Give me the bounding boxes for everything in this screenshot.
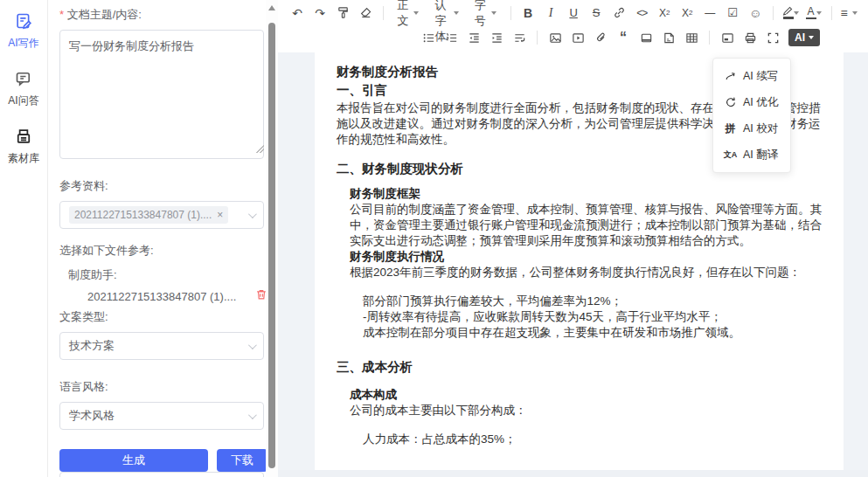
chevron-down-icon (248, 341, 257, 349)
highlight-pen-icon[interactable] (781, 3, 802, 24)
translate-icon: 文A (724, 149, 737, 161)
file-name: 2021122715133847807 (1).... (87, 290, 236, 303)
editor-bottom-strip (278, 470, 868, 477)
caret-icon (454, 11, 459, 15)
bold-button[interactable]: B (517, 3, 538, 24)
doc-paragraph: 根据2023年前三季度的财务数据，公司整体财务制度执行情况良好，但存在以下问题： (350, 265, 822, 280)
chevron-down-icon (248, 210, 257, 218)
doc-paragraph: 公司的成本主要由以下部分构成： (350, 403, 822, 418)
app-window: AI写作 AI问答 素材库 文档主题/ (0, 0, 868, 477)
fullscreen-icon[interactable] (762, 27, 783, 48)
horizontal-rule-icon[interactable]: — (699, 3, 720, 24)
menu-item-label: AI 校对 (743, 121, 778, 136)
reference-label: 参考资料: (59, 178, 267, 194)
underline-button[interactable]: U (563, 3, 584, 24)
file-section-label: 选择如下文件参考: (59, 243, 267, 259)
chevron-down-icon (248, 411, 257, 419)
optimize-icon (724, 96, 737, 108)
align-icon[interactable]: ≡ (838, 3, 859, 24)
scroll-up-arrow-icon[interactable] (268, 5, 275, 10)
topic-input[interactable]: 写一份财务制度分析报告 (59, 30, 264, 159)
copy-type-value: 技术方案 (69, 338, 115, 354)
reference-tag: 2021122715133847807 (1).... × (69, 206, 228, 224)
indent-icon[interactable] (486, 27, 507, 48)
menu-item-ai-continue[interactable]: AI 续写 (713, 63, 790, 89)
paragraph-style-select[interactable]: 正文 (390, 3, 426, 24)
style-label: 语言风格: (59, 379, 267, 395)
ai-qa-icon (15, 70, 32, 91)
menu-item-label: AI 续写 (743, 69, 778, 84)
font-color-icon[interactable]: A (803, 3, 824, 24)
superscript-icon[interactable]: X2 (677, 3, 698, 24)
doc-list-item: 成本控制在部分项目中存在超支现象，主要集中在研发和市场推广领域。 (363, 325, 822, 341)
doc-heading: 三、成本分析 (337, 359, 822, 375)
emoji-icon[interactable]: ☺ (745, 3, 766, 24)
print-icon[interactable] (740, 27, 760, 48)
continue-icon (724, 70, 737, 82)
style-select[interactable]: 学术风格 (59, 402, 264, 430)
writing-form-panel: 文档主题/内容: 写一份财务制度分析报告 参考资料: 2021122715133… (49, 0, 278, 477)
editor-area: ↶ ↷ 正文 (278, 0, 868, 477)
embed-icon[interactable] (717, 27, 738, 48)
doc-subheading: 财务制度框架 (350, 186, 822, 202)
ordered-list-icon[interactable] (441, 27, 462, 48)
divider-block-icon[interactable] (635, 27, 656, 48)
caret-icon (809, 36, 814, 39)
proofread-icon: 拼 (724, 121, 737, 136)
template-select[interactable]: 通用模板 ✓ (59, 472, 264, 477)
attachment-icon[interactable] (590, 27, 611, 48)
library-icon (15, 128, 32, 149)
sidebar-item-library[interactable]: 素材库 (8, 128, 39, 166)
toolbar-divider (537, 31, 538, 45)
bullet-list-icon[interactable] (418, 27, 439, 48)
ai-menu-button[interactable]: AI (788, 29, 820, 46)
italic-button[interactable]: I (540, 3, 561, 24)
caret-icon (852, 11, 858, 15)
doc-list-item: -周转效率有待提高，应收账款周转天数为45天，高于行业平均水平； (363, 309, 822, 325)
menu-item-ai-proofread[interactable]: 拼 AI 校对 (713, 115, 790, 142)
tag-close-icon[interactable]: × (217, 209, 223, 221)
caret-icon (413, 11, 419, 15)
panel-scrollbar[interactable] (266, 0, 278, 477)
generate-button[interactable]: 生成 (59, 449, 208, 472)
menu-item-ai-optimize[interactable]: AI 优化 (713, 89, 790, 115)
scrollbar-thumb[interactable] (268, 23, 275, 468)
table-icon[interactable] (681, 27, 702, 48)
menu-item-ai-translate[interactable]: 文A AI 翻译 (713, 142, 790, 168)
style-value: 学术风格 (69, 408, 115, 424)
blockquote-icon[interactable]: “ (613, 27, 634, 48)
reference-select[interactable]: 2021122715133847807 (1).... × (59, 201, 264, 229)
format-painter-icon[interactable] (332, 3, 353, 24)
inline-code-icon[interactable]: <> (631, 3, 652, 24)
toolbar-divider (709, 31, 710, 45)
insert-video-icon[interactable] (567, 27, 588, 48)
insert-image-icon[interactable] (545, 27, 566, 48)
copy-type-label: 文案类型: (59, 309, 267, 325)
caret-icon (491, 11, 496, 15)
text-wrap-icon[interactable] (509, 27, 530, 48)
task-checkbox-icon[interactable]: ☑ (722, 3, 743, 24)
doc-list-item: 部分部门预算执行偏差较大，平均偏差率为12%； (363, 294, 822, 309)
copy-type-select[interactable]: 技术方案 (59, 332, 264, 360)
sidebar-item-ai-writing[interactable]: AI写作 (8, 12, 38, 51)
doc-paragraph: 公司目前的制度涵盖了资金管理、成本控制、预算管理、核算与报告、风险管理等方面。其… (350, 202, 822, 249)
topic-label: 文档主题/内容: (59, 7, 267, 23)
ai-dropdown-menu: AI 续写 AI 优化 拼 AI 校对 文A AI 翻译 (712, 58, 791, 173)
strikethrough-button[interactable]: S (586, 3, 607, 24)
code-block-icon[interactable] (658, 27, 679, 48)
font-size-select[interactable]: 字号 (468, 3, 503, 24)
subscript-icon[interactable]: X2 (654, 3, 675, 24)
download-button[interactable]: 下载 (217, 449, 267, 472)
icon-sidebar: AI写作 AI问答 素材库 (0, 0, 48, 477)
sidebar-item-ai-qa[interactable]: AI问答 (8, 70, 38, 108)
link-icon[interactable] (608, 3, 629, 24)
eraser-icon[interactable] (355, 3, 376, 24)
outdent-icon[interactable] (463, 27, 484, 48)
redo-icon[interactable]: ↷ (309, 3, 330, 24)
doc-subheading: 财务制度执行情况 (350, 249, 822, 265)
form-actions: 生成 下载 (59, 449, 267, 472)
font-family-select[interactable]: 默认字体 (427, 3, 465, 24)
undo-icon[interactable]: ↶ (287, 3, 308, 24)
sidebar-item-label: AI问答 (8, 93, 38, 108)
file-row: 2021122715133847807 (1).... (59, 288, 267, 304)
